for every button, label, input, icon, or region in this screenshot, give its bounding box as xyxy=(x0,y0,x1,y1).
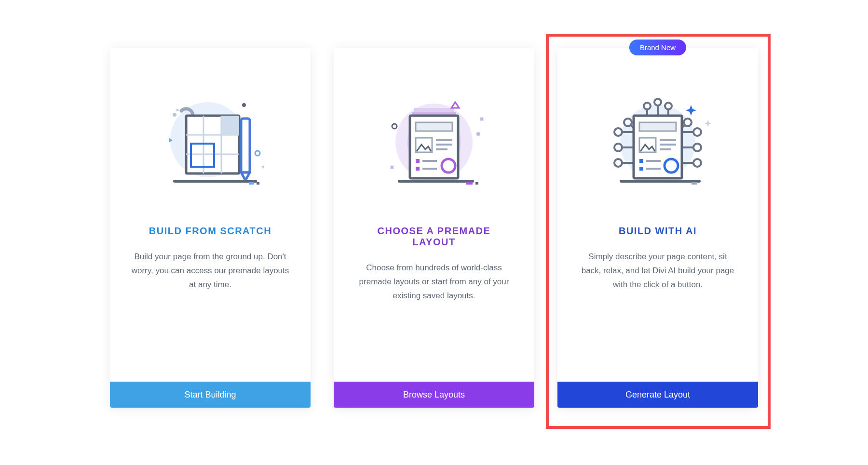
svg-rect-64 xyxy=(639,159,643,163)
svg-rect-10 xyxy=(249,182,254,185)
layout-chooser: BUILD FROM SCRATCH Build your page from … xyxy=(0,0,868,465)
card-description: Build your page from the ground up. Don'… xyxy=(131,250,289,292)
svg-point-45 xyxy=(693,144,701,151)
badge-label: Brand New xyxy=(640,43,676,52)
button-label: Generate Layout xyxy=(625,390,690,400)
svg-point-38 xyxy=(614,159,622,167)
scratch-icon xyxy=(152,92,268,193)
svg-rect-27 xyxy=(416,167,420,171)
card-build-with-ai[interactable]: Brand New xyxy=(557,48,758,408)
svg-rect-31 xyxy=(466,182,473,185)
svg-rect-59 xyxy=(639,122,676,131)
svg-rect-66 xyxy=(639,167,643,171)
svg-point-37 xyxy=(614,144,622,151)
brand-new-badge: Brand New xyxy=(629,40,686,55)
card-content: BUILD WITH AI Simply describe your page … xyxy=(557,217,758,382)
scratch-illustration xyxy=(110,48,311,217)
svg-rect-70 xyxy=(692,182,697,185)
card-title: CHOOSE A PREMADE LAYOUT xyxy=(355,226,513,248)
svg-rect-11 xyxy=(257,182,259,185)
svg-point-39 xyxy=(624,119,632,126)
card-title: BUILD FROM SCRATCH xyxy=(131,226,289,237)
card-content: CHOOSE A PREMADE LAYOUT Choose from hund… xyxy=(334,217,534,382)
ai-illustration xyxy=(557,48,758,217)
card-description: Simply describe your page content, sit b… xyxy=(579,250,737,292)
browse-layouts-button[interactable]: Browse Layouts xyxy=(334,382,534,408)
svg-rect-20 xyxy=(416,122,452,131)
card-premade-layout[interactable]: CHOOSE A PREMADE LAYOUT Choose from hund… xyxy=(334,48,534,408)
card-description: Choose from hundreds of world-class prem… xyxy=(355,261,513,303)
start-building-button[interactable]: Start Building xyxy=(110,382,311,408)
button-label: Start Building xyxy=(184,390,236,400)
svg-rect-32 xyxy=(475,182,478,185)
ai-icon xyxy=(595,92,720,193)
svg-point-14 xyxy=(255,151,260,156)
svg-point-12 xyxy=(173,113,176,117)
svg-point-46 xyxy=(693,159,701,167)
card-build-from-scratch[interactable]: BUILD FROM SCRATCH Build your page from … xyxy=(110,48,311,408)
svg-rect-25 xyxy=(416,159,420,163)
svg-point-33 xyxy=(392,124,397,129)
svg-rect-6 xyxy=(221,116,239,135)
svg-point-54 xyxy=(665,103,672,109)
svg-point-34 xyxy=(476,132,480,136)
premade-illustration xyxy=(334,48,534,217)
card-content: BUILD FROM SCRATCH Build your page from … xyxy=(110,217,311,382)
svg-point-53 xyxy=(654,99,661,106)
button-label: Browse Layouts xyxy=(403,390,465,400)
svg-point-47 xyxy=(684,119,692,126)
svg-point-36 xyxy=(614,128,622,136)
svg-point-13 xyxy=(242,103,246,107)
generate-layout-button[interactable]: Generate Layout xyxy=(557,382,758,408)
premade-icon xyxy=(376,92,492,193)
svg-point-44 xyxy=(693,128,701,136)
card-title: BUILD WITH AI xyxy=(579,226,737,237)
svg-point-52 xyxy=(644,103,651,109)
svg-rect-8 xyxy=(241,119,250,173)
